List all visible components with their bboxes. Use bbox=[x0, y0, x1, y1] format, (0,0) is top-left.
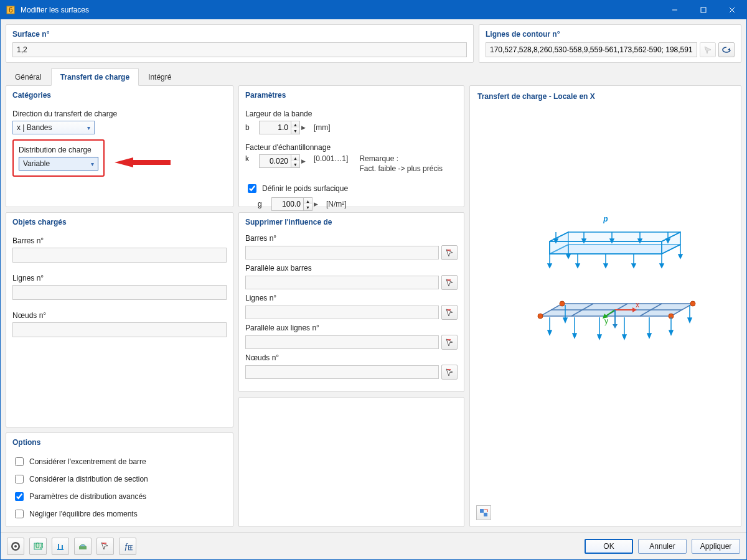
g-symbol: g bbox=[258, 200, 266, 208]
preview-options-button[interactable] bbox=[476, 505, 491, 520]
option-advanced-distribution[interactable]: Paramètres de distribution avancés bbox=[12, 490, 227, 503]
stripe-width-label: Largeur de la bande bbox=[245, 110, 458, 118]
loaded-objects-title: Objets chargés bbox=[6, 213, 233, 230]
maximize-button[interactable] bbox=[689, 1, 718, 19]
b-symbol: b bbox=[245, 123, 254, 132]
pick-contour-icon[interactable] bbox=[700, 42, 716, 57]
influence-parallel-members-label: Parallèle aux barres bbox=[245, 264, 458, 273]
app-icon: 6 bbox=[6, 5, 16, 15]
svg-point-28 bbox=[538, 314, 543, 319]
define-surface-weight-checkbox[interactable]: Définir le poids surfacique bbox=[245, 182, 458, 195]
tab-integrated[interactable]: Intégré bbox=[139, 68, 181, 86]
categories-panel: Catégories Direction du transfert de cha… bbox=[6, 85, 233, 207]
pick-icon[interactable] bbox=[441, 305, 458, 320]
empty-panel bbox=[238, 397, 464, 527]
loaded-nodes-input[interactable] bbox=[12, 322, 227, 337]
svg-rect-55 bbox=[79, 546, 87, 549]
surface-no-title: Surface n° bbox=[6, 25, 473, 42]
contour-lines-title: Lignes de contour n° bbox=[479, 25, 741, 42]
callout-arrow-icon bbox=[115, 152, 171, 173]
preview-title: Transfert de charge - Locale en X bbox=[470, 86, 741, 107]
svg-point-31 bbox=[690, 301, 695, 306]
svg-text:0,00: 0,00 bbox=[35, 541, 43, 550]
structure-button[interactable] bbox=[52, 538, 69, 555]
influence-parallel-lines-label: Parallèle aux lignes n° bbox=[245, 324, 458, 332]
contour-lines-panel: Lignes de contour n° bbox=[479, 24, 741, 63]
stripe-width-input[interactable]: ▲▼ ▶ bbox=[259, 121, 309, 134]
influence-members-label: Barres n° bbox=[245, 234, 458, 243]
pick-icon[interactable] bbox=[441, 275, 458, 290]
svg-rect-45 bbox=[480, 509, 484, 513]
g-unit: [N/m²] bbox=[326, 200, 347, 208]
minimize-button[interactable] bbox=[660, 1, 689, 19]
sampling-factor-input[interactable]: ▲▼ ▶ bbox=[259, 154, 309, 168]
pick-icon[interactable] bbox=[441, 245, 458, 260]
loaded-members-input[interactable] bbox=[12, 248, 227, 263]
option-neglect-moment[interactable]: Négliger l'équilibre des moments bbox=[12, 508, 227, 520]
distribution-value: Variable bbox=[23, 159, 50, 168]
preview-illustration: p bbox=[470, 210, 741, 372]
svg-text:6: 6 bbox=[9, 6, 13, 14]
pick-icon[interactable] bbox=[441, 365, 458, 380]
direction-value: x | Bandes bbox=[17, 123, 52, 132]
tab-general[interactable]: Général bbox=[6, 68, 51, 86]
units-button[interactable]: 0,00 bbox=[29, 538, 47, 555]
distribution-combo[interactable]: Variable ▾ bbox=[19, 157, 98, 170]
cancel-button[interactable]: Annuler bbox=[638, 539, 687, 554]
chevron-down-icon: ▾ bbox=[87, 124, 90, 131]
preview-panel: Transfert de charge - Locale en X p bbox=[469, 85, 741, 527]
loaded-lines-label: Lignes n° bbox=[12, 274, 227, 282]
svg-rect-46 bbox=[484, 513, 487, 516]
surface-weight-input[interactable]: ▲▼ ▶ bbox=[271, 197, 321, 211]
ok-button[interactable]: OK bbox=[585, 539, 633, 554]
k-range: [0.001…1] bbox=[314, 154, 348, 163]
svg-point-49 bbox=[14, 545, 17, 548]
svg-text:⊞: ⊞ bbox=[128, 543, 133, 551]
delete-selection-button[interactable] bbox=[96, 538, 114, 555]
option-section-distribution[interactable]: Considérer la distribution de section bbox=[12, 473, 227, 485]
svg-text:x: x bbox=[636, 301, 639, 309]
sampling-note: Remarque : Fact. faible -> plus précis bbox=[359, 154, 443, 174]
loaded-objects-panel: Objets chargés Barres n° Lignes n° Nœuds… bbox=[6, 212, 233, 427]
titlebar: 6 Modifier les surfaces bbox=[1, 1, 746, 19]
loaded-nodes-label: Nœuds n° bbox=[12, 311, 227, 320]
svg-rect-3 bbox=[701, 7, 706, 12]
apply-button[interactable]: Appliquer bbox=[692, 539, 740, 554]
svg-text:y: y bbox=[604, 317, 608, 325]
parameters-panel: Paramètres Largeur de la bande b ▲▼ ▶ [m… bbox=[238, 85, 464, 207]
influence-lines-input[interactable] bbox=[245, 306, 439, 319]
view-button[interactable] bbox=[74, 538, 92, 555]
distribution-highlight: Distribution de charge Variable ▾ bbox=[12, 139, 105, 177]
chevron-down-icon: ▾ bbox=[91, 161, 94, 167]
pick-icon[interactable] bbox=[441, 335, 458, 350]
window-title: Modifier les surfaces bbox=[21, 6, 660, 14]
reverse-icon[interactable] bbox=[718, 42, 735, 57]
function-button[interactable]: ƒ⊞ bbox=[119, 538, 136, 555]
tab-transfer[interactable]: Transfert de charge bbox=[51, 68, 139, 86]
remove-influence-panel: Supprimer l'influence de Barres n° Paral… bbox=[238, 212, 464, 392]
influence-nodes-input[interactable] bbox=[245, 365, 439, 379]
k-symbol: k bbox=[245, 154, 254, 163]
loaded-lines-input[interactable] bbox=[12, 285, 227, 300]
tabs: Général Transfert de charge Intégré bbox=[1, 68, 746, 85]
direction-label: Direction du transfert de charge bbox=[12, 110, 227, 118]
p-label: p bbox=[603, 215, 608, 223]
influence-members-input[interactable] bbox=[245, 246, 439, 259]
surface-no-input[interactable] bbox=[12, 42, 467, 57]
help-button[interactable] bbox=[7, 538, 24, 555]
sampling-factor-label: Facteur d'échantillonnage bbox=[245, 143, 458, 152]
influence-parallel-lines-input[interactable] bbox=[245, 335, 439, 349]
options-panel: Options Considérer l'excentrement de bar… bbox=[6, 432, 233, 527]
contour-lines-input[interactable] bbox=[486, 42, 697, 57]
loaded-members-label: Barres n° bbox=[12, 236, 227, 245]
direction-combo[interactable]: x | Bandes ▾ bbox=[12, 121, 95, 134]
options-title: Options bbox=[6, 433, 233, 450]
parameters-title: Paramètres bbox=[239, 86, 464, 103]
close-button[interactable] bbox=[718, 1, 746, 19]
categories-title: Catégories bbox=[6, 86, 233, 103]
remove-influence-title: Supprimer l'influence de bbox=[239, 213, 464, 230]
influence-parallel-members-input[interactable] bbox=[245, 276, 439, 289]
b-unit: [mm] bbox=[314, 123, 331, 132]
option-eccentricity[interactable]: Considérer l'excentrement de barre bbox=[12, 455, 227, 468]
surface-no-panel: Surface n° bbox=[6, 24, 474, 63]
